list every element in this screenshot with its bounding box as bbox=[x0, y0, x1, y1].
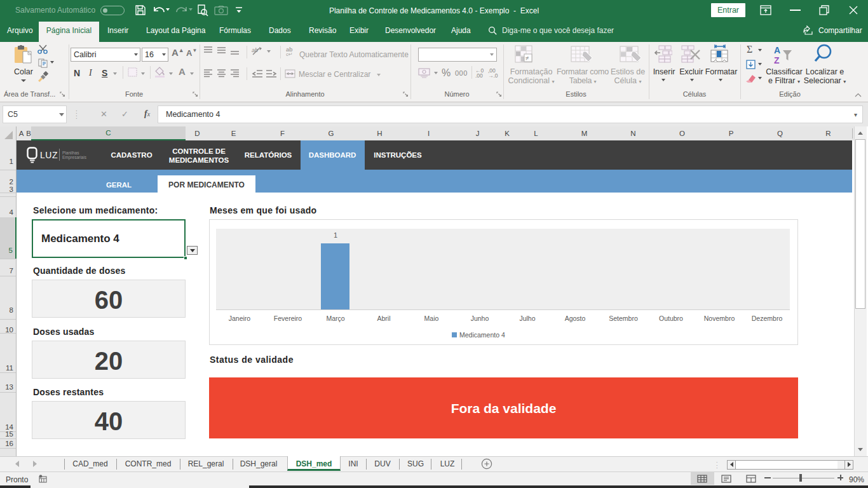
svg-text:,00: ,00 bbox=[475, 72, 483, 78]
svg-text:A: A bbox=[774, 45, 780, 55]
svg-text:≠: ≠ bbox=[526, 55, 529, 62]
svg-text:Z: Z bbox=[774, 55, 780, 65]
svg-text:ab: ab bbox=[252, 47, 258, 53]
svg-text:→,0: →,0 bbox=[488, 72, 498, 78]
svg-text:c↵: c↵ bbox=[286, 51, 293, 57]
